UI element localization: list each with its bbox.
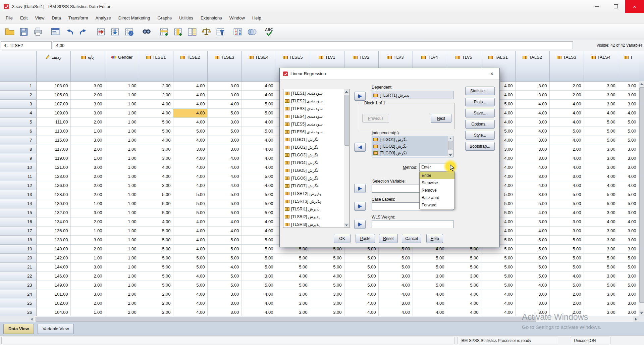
cell-r2-radif[interactable]: 105.00 xyxy=(36,90,70,99)
cell-r26-tlse4[interactable]: 4.00 xyxy=(241,308,276,316)
cell-r8-paye[interactable]: 2.00 xyxy=(70,145,105,154)
cell-r13-tlse1[interactable]: 5.00 xyxy=(139,190,173,199)
column-header-t[interactable]: T xyxy=(618,51,639,81)
wls-weight-transfer-button[interactable] xyxy=(354,220,366,229)
cancel-button[interactable]: Cancel xyxy=(402,234,421,243)
cell-r25-tals4[interactable]: 3.00 xyxy=(584,299,618,308)
cell-r6-tlse1[interactable]: 5.00 xyxy=(139,127,173,136)
cell-r20-tlse3[interactable]: 5.00 xyxy=(207,253,241,262)
cell-r25-tlse1[interactable]: 2.00 xyxy=(139,299,173,308)
cell-r4-tlse4[interactable]: 5.00 xyxy=(241,108,276,117)
cell-r8-t[interactable]: 3.00 xyxy=(618,145,639,154)
cell-r23-tlv2[interactable]: 5.00 xyxy=(344,281,378,290)
cell-r7-paye[interactable]: 3.00 xyxy=(70,136,105,145)
cell-r15-tals3[interactable]: 4.00 xyxy=(549,208,584,217)
cell-r9-tals3[interactable]: 4.00 xyxy=(549,154,584,163)
column-header-tals4[interactable]: TALS4 xyxy=(584,51,618,81)
method-dropdown[interactable]: Enter xyxy=(419,163,454,171)
cell-r8-gender[interactable]: 1.00 xyxy=(105,145,139,154)
cell-r15-tlse1[interactable]: 5.00 xyxy=(139,208,173,217)
cell-r6-radif[interactable]: 113.00 xyxy=(36,127,70,136)
cell-r22-tlv2[interactable]: 5.00 xyxy=(344,272,378,281)
variable-item[interactable]: [TLGO1] نگرش xyxy=(283,136,349,143)
cell-r10-tals2[interactable]: 4.00 xyxy=(515,163,549,172)
cell-editor[interactable]: 4.00 xyxy=(53,41,573,49)
cell-r1-tals2[interactable]: 3.00 xyxy=(515,81,549,90)
cell-r24-tlv2[interactable]: 4.00 xyxy=(344,290,378,299)
cell-r20-tals2[interactable]: 5.00 xyxy=(515,253,549,262)
next-button[interactable]: Next xyxy=(431,114,451,123)
cell-r15-tlse3[interactable]: 5.00 xyxy=(207,208,241,217)
cell-r13-tals3[interactable]: 5.00 xyxy=(549,190,584,199)
open-data-icon[interactable] xyxy=(3,25,16,39)
cell-r21-tlse3[interactable]: 4.00 xyxy=(207,262,241,272)
cell-r21-paye[interactable]: 3.00 xyxy=(70,262,105,272)
cell-r12-tals4[interactable]: 4.00 xyxy=(584,181,618,190)
cell-r12-radif[interactable]: 126.00 xyxy=(36,181,70,190)
cell-r11-tlse2[interactable]: 4.00 xyxy=(173,172,207,181)
cell-r24-tlv5[interactable]: 4.00 xyxy=(447,290,481,299)
row-number-8[interactable]: 8 xyxy=(0,145,36,154)
cell-r4-tals3[interactable]: 4.00 xyxy=(549,108,584,117)
cell-r9-tlse4[interactable]: 4.00 xyxy=(241,154,276,163)
cell-r11-tals2[interactable]: 3.00 xyxy=(515,172,549,181)
cell-r10-t[interactable]: 3.00 xyxy=(618,163,639,172)
cell-r23-tlse4[interactable]: 5.00 xyxy=(241,281,276,290)
cell-r3-gender[interactable]: 1.00 xyxy=(105,99,139,108)
cell-r6-tlse3[interactable]: 5.00 xyxy=(207,127,241,136)
cell-r23-tlv4[interactable]: 5.00 xyxy=(413,281,447,290)
cell-r10-tlse2[interactable]: 4.00 xyxy=(173,163,207,172)
cell-r7-t[interactable]: 5.00 xyxy=(618,136,639,145)
cell-r14-tlse1[interactable]: 5.00 xyxy=(139,199,173,208)
cell-r4-radif[interactable]: 109.00 xyxy=(36,108,70,117)
cell-r23-tlv1[interactable]: 5.00 xyxy=(310,281,344,290)
row-number-7[interactable]: 7 xyxy=(0,136,36,145)
cell-r7-tals2[interactable]: 3.00 xyxy=(515,136,549,145)
cell-r4-t[interactable]: 4.00 xyxy=(618,108,639,117)
row-number-12[interactable]: 12 xyxy=(0,181,36,190)
cell-r13-paye[interactable]: 2.00 xyxy=(70,190,105,199)
cell-r17-tlse3[interactable]: 4.00 xyxy=(207,226,241,235)
cell-r23-gender[interactable]: 1.00 xyxy=(105,281,139,290)
cell-r19-tals4[interactable]: 3.00 xyxy=(584,244,618,253)
cell-r21-radif[interactable]: 144.00 xyxy=(36,262,70,272)
cell-r9-tlse3[interactable]: 4.00 xyxy=(207,154,241,163)
column-header-radif[interactable]: ردیف xyxy=(36,51,70,81)
cell-r5-tals3[interactable]: 4.00 xyxy=(549,117,584,127)
row-number-21[interactable]: 21 xyxy=(0,262,36,272)
cell-r18-tlse4[interactable]: 5.00 xyxy=(241,235,276,244)
cell-r5-tlse3[interactable]: 3.00 xyxy=(207,117,241,127)
cell-r7-tals3[interactable]: 4.00 xyxy=(549,136,584,145)
cell-r20-tlse5[interactable]: 5.00 xyxy=(276,253,310,262)
cell-r6-gender[interactable]: 1.00 xyxy=(105,127,139,136)
scroll-up-button[interactable] xyxy=(639,81,644,87)
cell-r23-tlse1[interactable]: 5.00 xyxy=(139,281,173,290)
cell-r9-tals2[interactable]: 3.00 xyxy=(515,154,549,163)
horizontal-scrollbar[interactable] xyxy=(29,316,639,322)
cell-r10-radif[interactable]: 121.00 xyxy=(36,163,70,172)
cell-r26-paye[interactable]: 1.00 xyxy=(70,308,105,316)
cell-r26-tlv1[interactable]: 3.00 xyxy=(310,308,344,316)
cell-r13-tlse3[interactable]: 5.00 xyxy=(207,190,241,199)
cell-r1-tlse4[interactable]: 4.00 xyxy=(241,81,276,90)
cell-r9-radif[interactable]: 119.00 xyxy=(36,154,70,163)
cell-r4-paye[interactable]: 3.00 xyxy=(70,108,105,117)
cell-r1-tals3[interactable]: 2.00 xyxy=(549,81,584,90)
cell-r20-tals1[interactable]: 5.00 xyxy=(481,253,515,262)
cell-r7-tlse4[interactable]: 4.00 xyxy=(241,136,276,145)
cell-r16-tlse3[interactable]: 4.00 xyxy=(207,217,241,226)
spell-check-icon[interactable]: ABC xyxy=(263,25,276,39)
variable-item[interactable]: [TLES5] سودمندی xyxy=(283,120,349,128)
cell-r25-tlse2[interactable]: 4.00 xyxy=(173,299,207,308)
cell-r26-tals4[interactable]: 3.00 xyxy=(584,308,618,316)
variable-item[interactable]: [TLGO6] نگرش xyxy=(283,174,349,182)
horizontal-scroll-thumb[interactable] xyxy=(36,317,536,322)
cell-r25-tlv1[interactable]: 3.00 xyxy=(310,299,344,308)
cell-r5-paye[interactable]: 2.00 xyxy=(70,117,105,127)
cell-r25-t[interactable]: 3.00 xyxy=(618,299,639,308)
cell-r20-tlv3[interactable]: 5.00 xyxy=(378,253,413,262)
wls-weight-field[interactable] xyxy=(372,220,453,228)
variable-item[interactable]: [TLGO2] نگرش xyxy=(283,143,349,151)
cell-r2-gender[interactable]: 1.00 xyxy=(105,90,139,99)
cell-r6-paye[interactable]: 1.00 xyxy=(70,127,105,136)
